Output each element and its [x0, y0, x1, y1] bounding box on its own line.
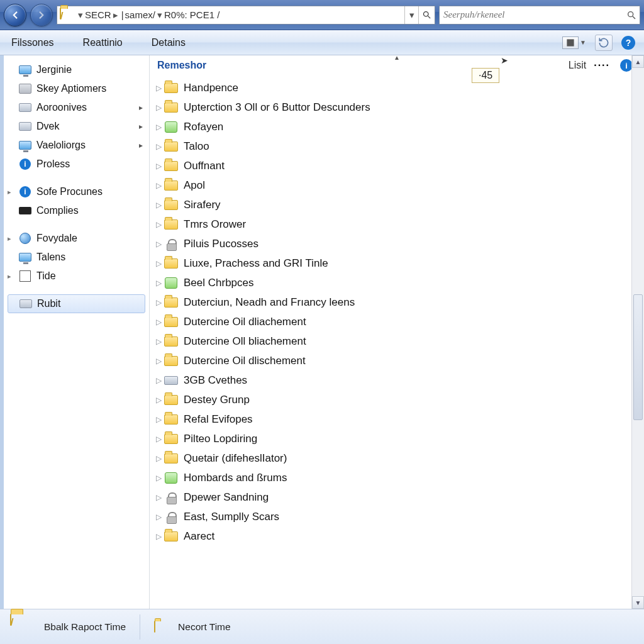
breadcrumb-segment[interactable]: samex/: [125, 9, 155, 20]
sidebar-item[interactable]: iProless: [4, 155, 149, 174]
breadcrumb-segment[interactable]: R0%: PCE1 /: [164, 9, 219, 20]
sidebar-item[interactable]: Aoroonives▸: [4, 98, 149, 117]
expand-icon[interactable]: ▷: [153, 454, 164, 463]
list-item[interactable]: ▷Pilteo Lopdiring: [153, 429, 631, 448]
sidebar-item[interactable]: ▸Tide: [4, 267, 149, 286]
refresh-button[interactable]: [418, 6, 435, 24]
more-columns-button[interactable]: ····: [594, 60, 610, 71]
column-header-name[interactable]: Remeshor: [157, 60, 206, 71]
sidebar-item[interactable]: Skey Aptiomers: [4, 79, 149, 98]
expand-icon[interactable]: ▷: [153, 376, 164, 385]
sidebar-item[interactable]: Talens: [4, 248, 149, 267]
info-button[interactable]: i: [620, 59, 633, 72]
list-item[interactable]: ▷Apol: [153, 175, 631, 195]
value-box[interactable]: ·45: [472, 68, 499, 83]
expand-icon[interactable]: ▷: [153, 162, 164, 170]
expand-icon[interactable]: ▷: [153, 513, 164, 521]
expand-icon[interactable]: ▷: [153, 142, 164, 151]
chevron-up-icon[interactable]: ▾: [395, 55, 399, 63]
menu-details[interactable]: Detains: [152, 37, 186, 48]
column-header-list[interactable]: Lisit: [569, 60, 586, 71]
chevron-down-icon[interactable]: ▼: [580, 39, 586, 46]
expand-icon[interactable]: ▷: [153, 337, 164, 346]
list-item[interactable]: ▷Dutercine Oll bliachement: [153, 331, 631, 351]
expand-icon[interactable]: ▷: [153, 201, 164, 209]
list-item[interactable]: ▷Upterction 3 Oll or 6 Buttor Descunders: [153, 97, 631, 117]
expand-icon[interactable]: ▷: [153, 220, 164, 229]
expand-icon[interactable]: ▷: [153, 357, 164, 365]
expand-icon[interactable]: ▷: [153, 259, 164, 268]
list-item[interactable]: ▷Dutercine Oil dlischement: [153, 351, 631, 370]
list-item[interactable]: ▷Hombards and ßrums: [153, 468, 631, 487]
sidebar-item[interactable]: Dvek▸: [4, 117, 149, 136]
list-item[interactable]: ▷Sirafery: [153, 195, 631, 214]
expand-icon[interactable]: ▷: [153, 298, 164, 307]
expand-icon[interactable]: ▷: [153, 493, 164, 502]
help-button[interactable]: ?: [621, 36, 635, 50]
menu-include[interactable]: Reattinio: [83, 37, 123, 48]
sidebar-item[interactable]: ▸iSofe Procunes: [4, 182, 149, 201]
expand-icon[interactable]: ▷: [153, 84, 164, 92]
folder-icon: [164, 257, 179, 270]
sidebar-item[interactable]: Complies: [4, 201, 149, 220]
sidebar-item[interactable]: Vaeloliorgs▸: [4, 136, 149, 155]
list-item[interactable]: ▷Piluis Pucosses: [153, 234, 631, 253]
list-item[interactable]: ▷Liuxe, Prachess and GRI Tinle: [153, 253, 631, 273]
scroll-track[interactable]: [632, 68, 644, 596]
back-button[interactable]: [4, 4, 26, 26]
preview-pane-button[interactable]: [595, 35, 613, 51]
list-item[interactable]: ▷Quetair (difeheslIator): [153, 448, 631, 468]
expand-icon[interactable]: ▷: [153, 396, 164, 404]
chevron-right-icon[interactable]: ▸: [139, 122, 143, 131]
expand-icon[interactable]: ▸: [8, 272, 11, 280]
scroll-thumb[interactable]: [633, 294, 643, 420]
expand-icon[interactable]: ▷: [153, 415, 164, 424]
list-item[interactable]: ▷Handpence: [153, 78, 631, 97]
sidebar-item-selected[interactable]: Rubit: [8, 294, 145, 313]
list-item[interactable]: ▷Taloo: [153, 136, 631, 156]
view-mode-button[interactable]: [562, 36, 579, 49]
forward-button[interactable]: [30, 4, 53, 26]
list-item[interactable]: ▷Duterciun, Neadh and Frıancy leens: [153, 292, 631, 312]
search-input[interactable]: [440, 9, 623, 20]
scroll-up-button[interactable]: ▲: [632, 55, 644, 68]
chevron-right-icon[interactable]: ▸: [139, 141, 143, 150]
expand-icon[interactable]: ▷: [153, 181, 164, 190]
expand-icon[interactable]: ▷: [153, 532, 164, 541]
expand-icon[interactable]: ▸: [8, 235, 11, 243]
list-item[interactable]: ▷Destey Grunp: [153, 390, 631, 409]
expand-icon[interactable]: ▸: [8, 188, 11, 196]
menu-organize[interactable]: Filssones: [11, 37, 54, 48]
folder-icon: [164, 296, 179, 309]
list-item[interactable]: ▷Dpewer Sandning: [153, 487, 631, 507]
sidebar-item[interactable]: Jerginie: [4, 60, 149, 79]
expand-icon[interactable]: ▷: [153, 435, 164, 443]
sidebar-item[interactable]: ▸Fovydale: [4, 229, 149, 248]
list-item[interactable]: ▷Rofayen: [153, 117, 631, 136]
chevron-right-icon[interactable]: ▸: [139, 103, 143, 112]
app-icon: [164, 276, 179, 290]
expand-icon[interactable]: ▷: [153, 240, 164, 248]
expand-icon[interactable]: ▷: [153, 123, 164, 131]
list-item[interactable]: ▷Tmrs Orower: [153, 214, 631, 234]
list-item[interactable]: ▷Ouffnant: [153, 156, 631, 175]
expand-icon[interactable]: ▷: [153, 318, 164, 326]
list-item[interactable]: ▷Aarect: [153, 526, 631, 546]
search-field[interactable]: [439, 6, 640, 25]
list-item[interactable]: ▷3GB Cvethes: [153, 370, 631, 390]
address-dropdown[interactable]: ▾: [404, 6, 418, 24]
list-item[interactable]: ▷Refal Evifopes: [153, 409, 631, 429]
scroll-down-button[interactable]: ▼: [632, 596, 644, 609]
expand-icon[interactable]: ▷: [153, 474, 164, 482]
address-bar[interactable]: ▾ SECR ▸ | samex/ ▾ R0%: PCE1 / ▾: [57, 6, 435, 25]
breadcrumb-segment[interactable]: SECR: [85, 9, 111, 20]
list-item[interactable]: ▷Dutercine Oil dliachement: [153, 312, 631, 331]
expand-icon[interactable]: ▷: [153, 279, 164, 287]
list-item[interactable]: ▷East, Sumplly Scars: [153, 507, 631, 526]
expand-icon[interactable]: ▷: [153, 103, 164, 112]
list-item[interactable]: ▷Beel Chrbpces: [153, 273, 631, 292]
search-button[interactable]: [623, 10, 640, 20]
list-item-label: Piluis Pucosses: [184, 238, 258, 250]
monitor-icon: [19, 252, 31, 263]
vertical-scrollbar[interactable]: ▲ ▼: [631, 55, 644, 609]
